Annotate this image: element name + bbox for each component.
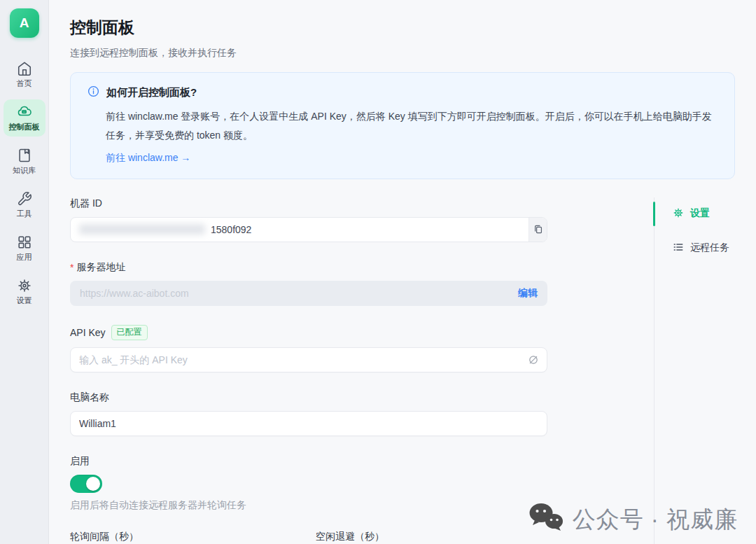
sidebar-item-home[interactable]: 首页 [4,56,46,93]
sidebar-item-label: 设置 [17,295,32,306]
sidebar-item-label: 应用 [17,252,32,263]
sidebar-item-label: 工具 [17,209,32,219]
winclaw-link[interactable]: 前往 winclaw.me → [106,152,190,165]
gear-icon [673,207,684,221]
enable-label: 启用 [70,455,547,468]
wechat-icon [528,502,564,537]
computer-name-input[interactable] [70,411,547,436]
machine-id-value[interactable]: 1580f092 [71,218,528,242]
server-label: 服务器地址 [76,261,125,274]
sidebar-item-label: 首页 [17,78,32,89]
app-logo[interactable]: A [10,8,39,38]
api-key-label: API Key [70,327,106,338]
info-title: 如何开启控制面板? [106,86,197,99]
enable-toggle[interactable] [70,475,102,493]
section-tab-remote-tasks[interactable]: 远程任务 [673,242,735,255]
list-icon [673,242,684,255]
machine-id-field: 1580f092 [70,217,547,242]
machine-id-label: 机器 ID [70,197,547,210]
sidebar-item-settings[interactable]: 设置 [4,273,46,310]
server-address-field: https://www.ac-aibot.com 编辑 [70,281,547,306]
computer-name-label: 电脑名称 [70,391,547,404]
sidebar-item-label: 知识库 [13,165,36,176]
edit-server-button[interactable]: 编辑 [518,287,538,300]
section-tab-settings[interactable]: 设置 [673,207,735,221]
required-mark: * [70,262,74,273]
sidebar-item-label: 控制面板 [9,122,40,132]
wrench-icon [17,191,32,207]
cloud-panel-icon [17,104,32,120]
app-logo-letter: A [20,15,29,31]
machine-id-visible: 1580f092 [211,224,251,235]
sidebar-item-control-panel[interactable]: 控制面板 [4,99,46,137]
settings-form: 机器 ID 1580f092 * [70,197,547,544]
server-address-placeholder: https://www.ac-aibot.com [80,288,189,299]
section-tab-label: 设置 [690,207,710,220]
info-icon [88,85,99,100]
section-nav: 设置 远程任务 [654,197,735,544]
sidebar-item-tools[interactable]: 工具 [4,186,46,223]
machine-id-redacted [79,224,205,235]
watermark-text: 公众号 · 祝威廉 [573,504,738,536]
poll-interval-label: 轮询间隔（秒） [70,531,302,543]
grid-icon [17,235,32,250]
sidebar-item-knowledge-base[interactable]: 知识库 [4,143,46,180]
enable-help-text: 启用后将自动连接远程服务器并轮询任务 [70,499,547,512]
page-title: 控制面板 [70,17,735,39]
eye-off-icon[interactable] [528,354,539,365]
api-key-configured-badge: 已配置 [111,325,148,340]
watermark: 公众号 · 祝威廉 [528,502,738,537]
idle-backoff-label: 空闲退避（秒） [316,531,547,543]
gear-icon [17,278,32,293]
howto-info-box: 如何开启控制面板? 前往 winclaw.me 登录账号，在个人设置中生成 AP… [70,72,735,179]
sidebar-item-apps[interactable]: 应用 [4,230,46,267]
info-body: 前往 winclaw.me 登录账号，在个人设置中生成 API Key，然后将 … [106,107,718,146]
main-content: 控制面板 连接到远程控制面板，接收并执行任务 如何开启控制面板? 前往 winc… [49,0,756,544]
copy-button[interactable] [528,218,547,242]
notebook-icon [17,148,32,163]
page-subtitle: 连接到远程控制面板，接收并执行任务 [70,47,735,60]
sidebar-nav: 首页 控制面板 知识库 [4,56,46,310]
api-key-input[interactable] [70,347,547,372]
home-icon [17,61,32,76]
section-tab-label: 远程任务 [690,242,729,254]
left-sidebar: A 首页 控制面板 [0,0,49,544]
